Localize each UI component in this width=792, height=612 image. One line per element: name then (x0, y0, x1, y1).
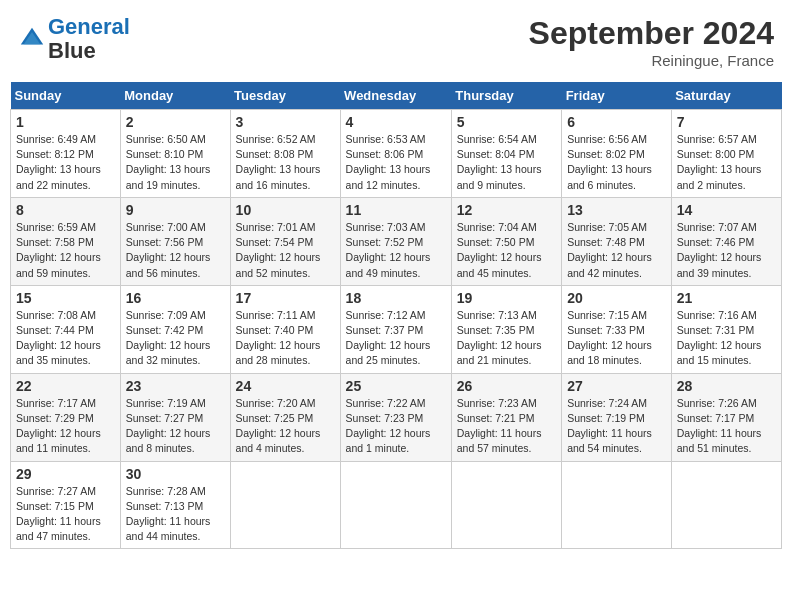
col-saturday: Saturday (671, 82, 781, 110)
col-monday: Monday (120, 82, 230, 110)
week-row-2: 8 Sunrise: 6:59 AMSunset: 7:58 PMDayligh… (11, 197, 782, 285)
day-cell-12: 12 Sunrise: 7:04 AMSunset: 7:50 PMDaylig… (451, 197, 561, 285)
day-cell-7: 7 Sunrise: 6:57 AMSunset: 8:00 PMDayligh… (671, 110, 781, 198)
logo: GeneralBlue (18, 15, 130, 63)
day-cell-1: 1 Sunrise: 6:49 AMSunset: 8:12 PMDayligh… (11, 110, 121, 198)
day-cell-15: 15 Sunrise: 7:08 AMSunset: 7:44 PMDaylig… (11, 285, 121, 373)
empty-cell-2 (340, 461, 451, 549)
col-friday: Friday (562, 82, 672, 110)
day-cell-6: 6 Sunrise: 6:56 AMSunset: 8:02 PMDayligh… (562, 110, 672, 198)
empty-cell-5 (671, 461, 781, 549)
day-cell-28: 28 Sunrise: 7:26 AMSunset: 7:17 PMDaylig… (671, 373, 781, 461)
day-cell-14: 14 Sunrise: 7:07 AMSunset: 7:46 PMDaylig… (671, 197, 781, 285)
col-wednesday: Wednesday (340, 82, 451, 110)
day-cell-8: 8 Sunrise: 6:59 AMSunset: 7:58 PMDayligh… (11, 197, 121, 285)
day-cell-5: 5 Sunrise: 6:54 AMSunset: 8:04 PMDayligh… (451, 110, 561, 198)
week-row-3: 15 Sunrise: 7:08 AMSunset: 7:44 PMDaylig… (11, 285, 782, 373)
month-title: September 2024 (529, 15, 774, 52)
day-cell-29: 29 Sunrise: 7:27 AMSunset: 7:15 PMDaylig… (11, 461, 121, 549)
day-cell-3: 3 Sunrise: 6:52 AMSunset: 8:08 PMDayligh… (230, 110, 340, 198)
header-row: Sunday Monday Tuesday Wednesday Thursday… (11, 82, 782, 110)
day-cell-20: 20 Sunrise: 7:15 AMSunset: 7:33 PMDaylig… (562, 285, 672, 373)
day-cell-18: 18 Sunrise: 7:12 AMSunset: 7:37 PMDaylig… (340, 285, 451, 373)
title-block: September 2024 Reiningue, France (529, 15, 774, 69)
week-row-5: 29 Sunrise: 7:27 AMSunset: 7:15 PMDaylig… (11, 461, 782, 549)
day-cell-2: 2 Sunrise: 6:50 AMSunset: 8:10 PMDayligh… (120, 110, 230, 198)
page-header: GeneralBlue September 2024 Reiningue, Fr… (10, 10, 782, 74)
empty-cell-1 (230, 461, 340, 549)
col-thursday: Thursday (451, 82, 561, 110)
calendar-table: Sunday Monday Tuesday Wednesday Thursday… (10, 82, 782, 549)
day-cell-4: 4 Sunrise: 6:53 AMSunset: 8:06 PMDayligh… (340, 110, 451, 198)
empty-cell-3 (451, 461, 561, 549)
col-sunday: Sunday (11, 82, 121, 110)
day-cell-17: 17 Sunrise: 7:11 AMSunset: 7:40 PMDaylig… (230, 285, 340, 373)
day-cell-30: 30 Sunrise: 7:28 AMSunset: 7:13 PMDaylig… (120, 461, 230, 549)
day-cell-9: 9 Sunrise: 7:00 AMSunset: 7:56 PMDayligh… (120, 197, 230, 285)
location: Reiningue, France (529, 52, 774, 69)
day-cell-21: 21 Sunrise: 7:16 AMSunset: 7:31 PMDaylig… (671, 285, 781, 373)
logo-text: GeneralBlue (48, 15, 130, 63)
day-cell-22: 22 Sunrise: 7:17 AMSunset: 7:29 PMDaylig… (11, 373, 121, 461)
day-cell-24: 24 Sunrise: 7:20 AMSunset: 7:25 PMDaylig… (230, 373, 340, 461)
day-cell-11: 11 Sunrise: 7:03 AMSunset: 7:52 PMDaylig… (340, 197, 451, 285)
day-cell-25: 25 Sunrise: 7:22 AMSunset: 7:23 PMDaylig… (340, 373, 451, 461)
day-cell-27: 27 Sunrise: 7:24 AMSunset: 7:19 PMDaylig… (562, 373, 672, 461)
day-cell-16: 16 Sunrise: 7:09 AMSunset: 7:42 PMDaylig… (120, 285, 230, 373)
logo-icon (18, 25, 46, 53)
empty-cell-4 (562, 461, 672, 549)
day-cell-26: 26 Sunrise: 7:23 AMSunset: 7:21 PMDaylig… (451, 373, 561, 461)
day-cell-23: 23 Sunrise: 7:19 AMSunset: 7:27 PMDaylig… (120, 373, 230, 461)
day-cell-19: 19 Sunrise: 7:13 AMSunset: 7:35 PMDaylig… (451, 285, 561, 373)
day-cell-13: 13 Sunrise: 7:05 AMSunset: 7:48 PMDaylig… (562, 197, 672, 285)
week-row-1: 1 Sunrise: 6:49 AMSunset: 8:12 PMDayligh… (11, 110, 782, 198)
col-tuesday: Tuesday (230, 82, 340, 110)
week-row-4: 22 Sunrise: 7:17 AMSunset: 7:29 PMDaylig… (11, 373, 782, 461)
day-cell-10: 10 Sunrise: 7:01 AMSunset: 7:54 PMDaylig… (230, 197, 340, 285)
